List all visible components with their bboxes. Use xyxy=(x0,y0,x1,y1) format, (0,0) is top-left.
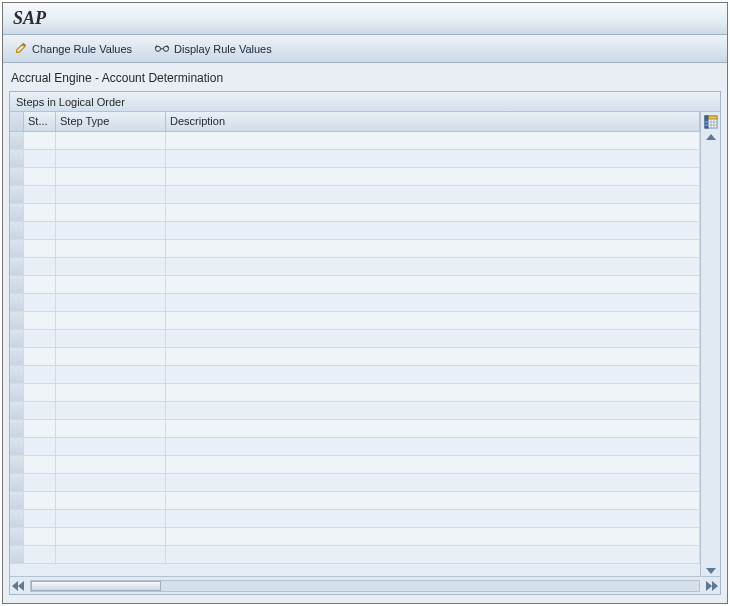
vertical-scrollbar[interactable] xyxy=(706,132,716,576)
table-row[interactable] xyxy=(10,276,700,294)
row-selector[interactable] xyxy=(10,474,24,491)
change-rule-values-button[interactable]: Change Rule Values xyxy=(11,39,136,58)
cell-description[interactable] xyxy=(166,420,700,437)
row-selector[interactable] xyxy=(10,330,24,347)
cell-step-no[interactable] xyxy=(24,366,56,383)
row-selector[interactable] xyxy=(10,186,24,203)
table-row[interactable] xyxy=(10,258,700,276)
table-row[interactable] xyxy=(10,222,700,240)
row-selector[interactable] xyxy=(10,420,24,437)
cell-description[interactable] xyxy=(166,474,700,491)
row-selector-header[interactable] xyxy=(10,112,24,131)
cell-step-no[interactable] xyxy=(24,222,56,239)
cell-step-no[interactable] xyxy=(24,330,56,347)
table-grid[interactable]: St... Step Type Description xyxy=(10,112,700,576)
cell-step-no[interactable] xyxy=(24,438,56,455)
cell-description[interactable] xyxy=(166,258,700,275)
cell-step-no[interactable] xyxy=(24,240,56,257)
horizontal-scrollbar[interactable] xyxy=(10,576,720,594)
scroll-track[interactable] xyxy=(30,580,700,592)
cell-description[interactable] xyxy=(166,366,700,383)
row-selector[interactable] xyxy=(10,384,24,401)
cell-step-type[interactable] xyxy=(56,186,166,203)
cell-step-type[interactable] xyxy=(56,474,166,491)
row-selector[interactable] xyxy=(10,510,24,527)
cell-description[interactable] xyxy=(166,240,700,257)
table-row[interactable] xyxy=(10,150,700,168)
row-selector[interactable] xyxy=(10,204,24,221)
row-selector[interactable] xyxy=(10,438,24,455)
scroll-down-icon[interactable] xyxy=(706,568,716,574)
cell-step-type[interactable] xyxy=(56,510,166,527)
cell-description[interactable] xyxy=(166,528,700,545)
cell-step-no[interactable] xyxy=(24,258,56,275)
row-selector[interactable] xyxy=(10,294,24,311)
row-selector[interactable] xyxy=(10,150,24,167)
cell-step-type[interactable] xyxy=(56,492,166,509)
display-rule-values-button[interactable]: Display Rule Values xyxy=(150,40,276,58)
cell-step-type[interactable] xyxy=(56,168,166,185)
row-selector[interactable] xyxy=(10,402,24,419)
table-row[interactable] xyxy=(10,204,700,222)
cell-step-no[interactable] xyxy=(24,456,56,473)
cell-step-no[interactable] xyxy=(24,474,56,491)
cell-step-no[interactable] xyxy=(24,510,56,527)
scroll-last-icon[interactable] xyxy=(712,581,718,591)
cell-step-type[interactable] xyxy=(56,456,166,473)
cell-step-type[interactable] xyxy=(56,312,166,329)
cell-step-type[interactable] xyxy=(56,150,166,167)
cell-step-no[interactable] xyxy=(24,186,56,203)
cell-description[interactable] xyxy=(166,492,700,509)
table-row[interactable] xyxy=(10,420,700,438)
table-row[interactable] xyxy=(10,168,700,186)
cell-step-no[interactable] xyxy=(24,204,56,221)
table-row[interactable] xyxy=(10,186,700,204)
cell-step-no[interactable] xyxy=(24,294,56,311)
cell-step-type[interactable] xyxy=(56,294,166,311)
cell-description[interactable] xyxy=(166,348,700,365)
row-selector[interactable] xyxy=(10,528,24,545)
cell-step-no[interactable] xyxy=(24,150,56,167)
row-selector[interactable] xyxy=(10,258,24,275)
cell-description[interactable] xyxy=(166,168,700,185)
cell-step-type[interactable] xyxy=(56,204,166,221)
cell-step-no[interactable] xyxy=(24,402,56,419)
table-row[interactable] xyxy=(10,348,700,366)
cell-description[interactable] xyxy=(166,294,700,311)
cell-step-type[interactable] xyxy=(56,546,166,563)
cell-step-type[interactable] xyxy=(56,438,166,455)
cell-description[interactable] xyxy=(166,150,700,167)
cell-description[interactable] xyxy=(166,276,700,293)
row-selector[interactable] xyxy=(10,366,24,383)
table-row[interactable] xyxy=(10,330,700,348)
cell-step-type[interactable] xyxy=(56,276,166,293)
cell-step-no[interactable] xyxy=(24,168,56,185)
cell-description[interactable] xyxy=(166,132,700,149)
cell-step-type[interactable] xyxy=(56,258,166,275)
cell-description[interactable] xyxy=(166,510,700,527)
table-row[interactable] xyxy=(10,240,700,258)
cell-description[interactable] xyxy=(166,438,700,455)
cell-step-no[interactable] xyxy=(24,420,56,437)
cell-step-type[interactable] xyxy=(56,384,166,401)
row-selector[interactable] xyxy=(10,276,24,293)
cell-description[interactable] xyxy=(166,384,700,401)
cell-step-type[interactable] xyxy=(56,132,166,149)
table-row[interactable] xyxy=(10,384,700,402)
col-description[interactable]: Description xyxy=(166,112,700,131)
cell-step-no[interactable] xyxy=(24,528,56,545)
cell-step-type[interactable] xyxy=(56,366,166,383)
cell-step-type[interactable] xyxy=(56,240,166,257)
cell-step-no[interactable] xyxy=(24,132,56,149)
cell-step-no[interactable] xyxy=(24,348,56,365)
row-selector[interactable] xyxy=(10,132,24,149)
table-row[interactable] xyxy=(10,474,700,492)
row-selector[interactable] xyxy=(10,312,24,329)
table-row[interactable] xyxy=(10,402,700,420)
cell-description[interactable] xyxy=(166,312,700,329)
cell-description[interactable] xyxy=(166,186,700,203)
cell-description[interactable] xyxy=(166,204,700,221)
cell-step-type[interactable] xyxy=(56,420,166,437)
cell-description[interactable] xyxy=(166,402,700,419)
row-selector[interactable] xyxy=(10,456,24,473)
